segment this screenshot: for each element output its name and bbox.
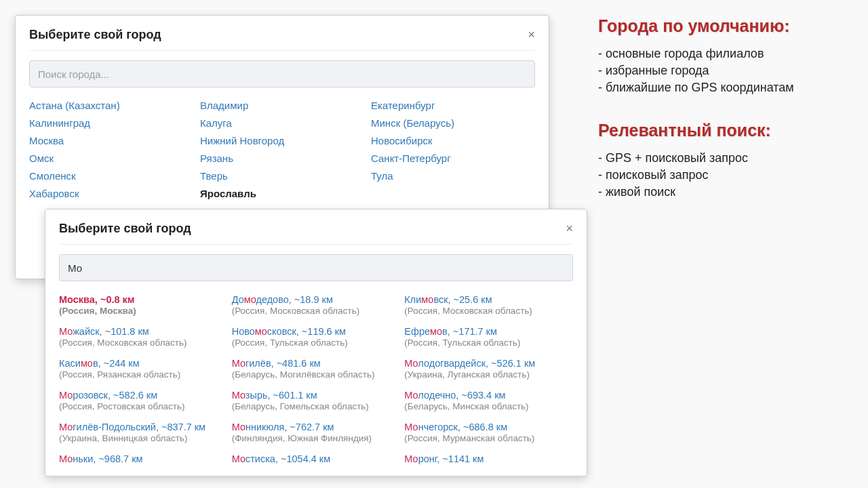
anno-item: основные города филиалов [598, 45, 856, 62]
result-name: Молодечно, ~693.4 км [404, 389, 572, 401]
result-name: Мозырь, ~601.1 км [232, 389, 399, 401]
result-item[interactable]: Мончегорск, ~686.8 км(Россия, Мурманская… [404, 421, 572, 445]
result-item[interactable]: Монникюля, ~762.7 км(Финляндия, Южная Фи… [232, 421, 399, 445]
result-item[interactable]: Можайск, ~101.8 км(Россия, Московская об… [59, 325, 226, 349]
city-link[interactable]: Тверь [200, 170, 364, 182]
modal-header: Выберите свой город × [59, 222, 573, 245]
result-item[interactable]: Моньки, ~968.7 км [59, 453, 226, 465]
city-link[interactable]: Тула [371, 170, 535, 182]
anno-item: GPS + поисковый запрос [598, 150, 856, 167]
modal-header: Выберите свой город × [29, 28, 535, 51]
annotation-panel: Города по умолчанию: основные города фил… [598, 16, 856, 225]
result-name: Моронг, ~1141 км [404, 453, 572, 465]
city-link[interactable]: Нижний Новгород [200, 135, 364, 146]
anno-list-search: GPS + поисковый запроспоисковый запросжи… [598, 150, 856, 201]
city-link[interactable]: Санкт-Петербург [371, 152, 535, 164]
city-link[interactable]: Ярославль [200, 188, 364, 199]
result-sub: (Россия, Мурманская область) [404, 433, 572, 445]
result-item[interactable]: Домодедово, ~18.9 км(Россия, Московская … [232, 293, 399, 317]
anno-item: избранные города [598, 62, 856, 79]
result-name: Москва, ~0.8 км [59, 293, 226, 306]
city-link[interactable]: Владимир [200, 100, 364, 111]
city-link[interactable]: Калининград [29, 117, 193, 129]
result-item[interactable]: Мозырь, ~601.1 км(Беларусь, Гомельская о… [232, 389, 399, 413]
result-sub: (Россия, Московская область) [59, 338, 226, 349]
city-link[interactable]: Хабаровск [29, 188, 193, 199]
result-sub: (Украина, Луганская область) [404, 369, 572, 381]
city-picker-search: Выберите свой город × Москва, ~0.8 км(Ро… [45, 209, 587, 476]
anno-list-defaults: основные города филиаловизбранные города… [598, 45, 856, 96]
city-link[interactable]: Новосибирск [371, 135, 535, 146]
default-city-grid: Астана (Казахстан)ВладимирЕкатеринбургКа… [29, 100, 535, 199]
city-link[interactable]: Омск [29, 152, 193, 164]
modal-title: Выберите свой город [59, 222, 191, 236]
result-name: Мончегорск, ~686.8 км [404, 421, 572, 433]
result-name: Моньки, ~968.7 км [59, 453, 226, 465]
result-sub: (Россия, Московская область) [232, 306, 399, 317]
city-link[interactable]: Екатеринбург [371, 100, 535, 111]
result-sub: (Беларусь, Минская область) [404, 401, 572, 413]
result-item[interactable]: Могилёв, ~481.6 км(Беларусь, Могилёвская… [232, 357, 399, 381]
result-item[interactable]: Моронг, ~1141 км [404, 453, 572, 465]
result-sub: (Россия, Москва) [59, 306, 226, 317]
city-link[interactable]: Смоленск [29, 170, 193, 182]
city-link[interactable]: Рязань [200, 152, 364, 164]
result-name: Морозовск, ~582.6 км [59, 389, 226, 401]
city-link[interactable]: Астана (Казахстан) [29, 100, 193, 111]
result-sub: (Беларусь, Гомельская область) [232, 401, 399, 413]
result-name: Мостиска, ~1054.4 км [232, 453, 399, 465]
result-name: Климовск, ~25.6 км [404, 293, 572, 306]
result-sub: (Россия, Ростовская область) [59, 401, 226, 413]
anno-item: поисковый запрос [598, 167, 856, 184]
result-item[interactable]: Могилёв-Подольский, ~837.7 км(Украина, В… [59, 421, 226, 445]
result-item[interactable]: Морозовск, ~582.6 км(Россия, Ростовская … [59, 389, 226, 413]
anno-heading-search: Релевантный поиск: [598, 121, 856, 140]
result-sub: (Россия, Рязанская область) [59, 369, 226, 381]
city-link[interactable]: Калуга [200, 117, 364, 129]
city-search-input[interactable] [59, 254, 573, 281]
result-name: Ефремов, ~171.7 км [404, 325, 572, 338]
result-item[interactable]: Молодогвардейск, ~526.1 км(Украина, Луга… [404, 357, 572, 381]
modal-title: Выберите свой город [29, 28, 161, 42]
search-results[interactable]: Москва, ~0.8 км(Россия, Москва)Домодедов… [59, 293, 573, 465]
result-name: Домодедово, ~18.9 км [232, 293, 399, 306]
result-sub: (Украина, Винницкая область) [59, 433, 226, 445]
city-link[interactable]: Москва [29, 135, 193, 146]
result-name: Молодогвардейск, ~526.1 км [404, 357, 572, 369]
result-item[interactable]: Молодечно, ~693.4 км(Беларусь, Минская о… [404, 389, 572, 413]
result-sub: (Россия, Тульская область) [404, 338, 572, 349]
result-item[interactable]: Новомосковск, ~119.6 км(Россия, Тульская… [232, 325, 399, 349]
result-sub: (Россия, Московская область) [404, 306, 572, 317]
result-item[interactable]: Москва, ~0.8 км(Россия, Москва) [59, 293, 226, 317]
result-item[interactable]: Ефремов, ~171.7 км(Россия, Тульская обла… [404, 325, 572, 349]
result-name: Касимов, ~244 км [59, 357, 226, 369]
result-sub: (Беларусь, Могилёвская область) [232, 369, 399, 381]
anno-item: ближайшие по GPS координатам [598, 79, 856, 96]
anno-item: живой поиск [598, 184, 856, 201]
anno-heading-defaults: Города по умолчанию: [598, 16, 856, 36]
city-link[interactable]: Минск (Беларусь) [371, 117, 535, 129]
result-sub: (Финляндия, Южная Финляндия) [232, 433, 399, 445]
result-name: Могилёв, ~481.6 км [232, 357, 399, 369]
result-item[interactable]: Мостиска, ~1054.4 км [232, 453, 399, 465]
result-item[interactable]: Касимов, ~244 км(Россия, Рязанская облас… [59, 357, 226, 381]
result-item[interactable]: Климовск, ~25.6 км(Россия, Московская об… [404, 293, 572, 317]
close-icon[interactable]: × [528, 28, 535, 42]
result-sub: (Россия, Тульская область) [232, 338, 399, 349]
result-name: Новомосковск, ~119.6 км [232, 325, 399, 338]
result-name: Могилёв-Подольский, ~837.7 км [59, 421, 226, 433]
result-name: Монникюля, ~762.7 км [232, 421, 399, 433]
result-name: Можайск, ~101.8 км [59, 325, 226, 338]
city-search-input[interactable] [29, 60, 535, 87]
close-icon[interactable]: × [566, 222, 573, 236]
